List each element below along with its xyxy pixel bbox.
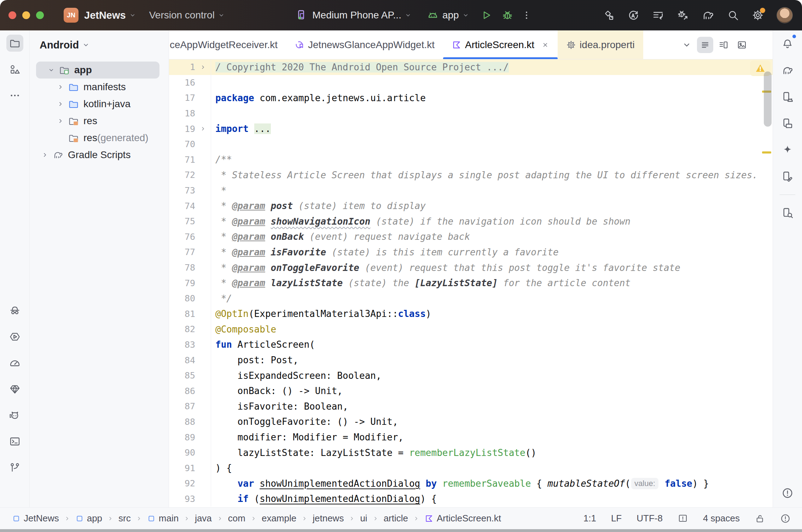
tool-strip-more-tool-windows[interactable] [6,87,23,104]
tab-jetnewsglanceappwidget-kt[interactable]: JetnewsGlanceAppWidget.kt [286,30,443,59]
breadcrumb-item-article[interactable]: article [384,513,408,524]
chevron-right-icon[interactable] [54,83,67,91]
avatar[interactable] [777,7,793,23]
editor-list-view[interactable] [697,37,713,53]
fold-arrow-icon[interactable] [195,64,211,71]
search-icon[interactable] [727,9,739,21]
line-ending[interactable]: LF [611,513,622,524]
folder-res-icon [67,133,80,143]
tree-item-kotlin-java[interactable]: kotlin+java [30,96,169,112]
tool-strip-terminal[interactable] [6,433,23,450]
tree-item-gradle-scripts[interactable]: Gradle Scripts [30,146,169,163]
code-editor[interactable]: 1/ Copyright 2020 The Android Open Sourc… [169,59,773,507]
tab-ceappwidgetreceiver-kt[interactable]: ceAppWidgetReceiver.kt [169,30,286,59]
code-line-73: 73 * [169,183,773,198]
android-head-icon[interactable] [427,9,439,21]
chevron-down-icon[interactable] [45,66,58,74]
debug-button[interactable] [501,9,513,21]
tool-strip-device-mirroring[interactable] [779,168,796,185]
tree-item-res[interactable]: res (generated) [30,129,169,146]
tool-strip-device-explorer[interactable] [6,302,23,319]
tab-articlescreen-kt[interactable]: ArticleScreen.kt [443,30,558,59]
more-actions-icon[interactable] [521,10,532,21]
breadcrumb-item-app[interactable]: app [75,513,102,524]
chevron-right-icon[interactable] [54,117,67,125]
tree-item-app[interactable]: app [36,62,159,79]
alert-box-icon[interactable] [678,513,688,524]
tool-strip-device-manager[interactable] [779,88,796,105]
tool-strip-running-devices-panel[interactable] [779,115,796,132]
build-hammer-icon[interactable] [603,9,615,21]
maximize-window-button[interactable] [36,11,44,19]
problems-icon[interactable] [780,513,791,524]
tool-strip-problems[interactable] [779,485,796,502]
breadcrumb-item-java[interactable]: java [195,513,212,524]
tool-strip-version-control[interactable] [6,459,23,476]
run-configuration[interactable]: app [442,10,459,21]
breadcrumb-item-src[interactable]: src [118,513,131,524]
run-button[interactable] [480,9,492,21]
token-d: /** [215,154,232,165]
tool-strip-gemini[interactable] [779,141,796,158]
breadcrumb-item-jetnews[interactable]: JetNews [12,513,59,524]
apply-code-changes-icon[interactable] [652,9,664,21]
code-text: ) { [211,460,773,476]
tool-strip-gradle[interactable] [779,62,796,79]
line-number: 16 [169,77,195,88]
hidden-tabs[interactable] [679,37,695,53]
breadcrumb-item-example[interactable]: example [262,513,296,524]
fold-arrow-icon[interactable] [195,125,211,132]
unlock-icon[interactable] [755,513,765,524]
indent-setting[interactable]: 4 spaces [703,513,740,524]
tool-strip-app-quality-insights[interactable] [6,381,23,398]
tab-idea-properti[interactable]: idea.properti [558,30,643,59]
chevron-down-icon[interactable] [82,41,90,49]
breadcrumb-item-jetnews[interactable]: jetnews [313,513,344,524]
close-window-button[interactable] [8,11,16,19]
file-encoding[interactable]: UTF-8 [637,513,663,524]
breadcrumb-separator [372,515,379,522]
gradle-sync-icon[interactable] [702,9,714,22]
warning-stripe-mark[interactable] [762,151,771,154]
tool-strip-running-devices[interactable] [6,328,23,345]
breadcrumb-item-ui[interactable]: ui [360,513,367,524]
code-text: isExpandedScreen: Boolean, [211,368,773,383]
settings-gear-icon[interactable] [752,9,764,21]
chevron-down-icon[interactable] [217,11,225,19]
split-editor[interactable] [715,37,732,53]
version-control-menu[interactable]: Version control [149,10,215,21]
device-selector[interactable]: Medium Phone AP... [312,10,401,21]
tool-strip-notifications[interactable] [779,35,796,52]
caret-position[interactable]: 1:1 [583,513,596,524]
tool-strip-logcat[interactable] [6,407,23,424]
breadcrumb-item-main[interactable]: main [147,513,179,524]
code-text [211,137,773,152]
sync-restart-icon[interactable] [627,9,639,21]
device-phone-icon[interactable] [296,9,309,22]
attach-debugger-icon[interactable] [677,9,689,21]
chevron-right-icon[interactable] [38,151,52,159]
tool-strip-resource-manager[interactable] [6,61,23,78]
tool-strip-project[interactable] [6,35,23,52]
editor-options[interactable] [752,37,768,53]
chevron-right-icon[interactable] [54,100,67,108]
line-number: 18 [169,108,195,118]
editor-scrollbar[interactable] [764,71,772,127]
tree-item-manifests[interactable]: manifests [30,79,169,96]
close-icon[interactable] [541,41,549,49]
token-hint: value: [631,478,658,489]
project-name[interactable]: JetNews [84,10,126,21]
tool-strip-app-inspection[interactable] [779,204,796,221]
breadcrumb-item-articlescreen-kt[interactable]: ArticleScreen.kt [424,513,501,524]
chevron-down-icon[interactable] [462,11,470,19]
minimize-window-button[interactable] [22,11,30,19]
tree-item-res[interactable]: res [30,112,169,129]
chevron-down-icon[interactable] [129,11,136,19]
tool-strip-profiler[interactable] [6,354,23,371]
chevron-down-icon[interactable] [404,11,412,19]
breadcrumb-item-com[interactable]: com [228,513,245,524]
token-k: class [398,308,426,319]
editor-tabs: ceAppWidgetReceiver.ktJetnewsGlanceAppWi… [169,30,643,59]
preview[interactable] [734,37,750,53]
project-view-selector[interactable]: Android [40,39,79,51]
